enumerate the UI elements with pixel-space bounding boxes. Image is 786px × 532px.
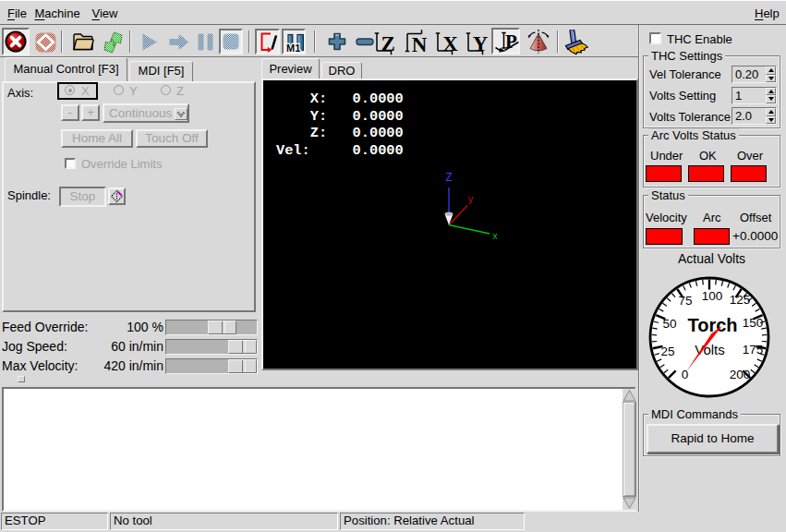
svg-text:50: 50 xyxy=(662,317,676,331)
svg-text:Z: Z xyxy=(381,32,395,55)
svg-text:150: 150 xyxy=(743,316,764,330)
svg-text:X: X xyxy=(442,32,458,55)
svg-text:N: N xyxy=(412,33,428,56)
svg-text:100: 100 xyxy=(702,289,723,303)
svg-text:125: 125 xyxy=(730,293,751,307)
svg-text:200: 200 xyxy=(730,368,751,381)
svg-text:75: 75 xyxy=(678,294,692,308)
svg-text:25: 25 xyxy=(660,345,674,358)
svg-text:175: 175 xyxy=(743,343,764,357)
svg-text:Z: Z xyxy=(446,172,453,185)
svg-text:x: x xyxy=(492,232,498,242)
svg-text:M1: M1 xyxy=(286,42,300,53)
svg-text:0: 0 xyxy=(682,368,689,381)
svg-text:Y: Y xyxy=(473,32,489,55)
svg-text:Torch: Torch xyxy=(687,315,737,335)
svg-text:y: y xyxy=(468,195,474,205)
